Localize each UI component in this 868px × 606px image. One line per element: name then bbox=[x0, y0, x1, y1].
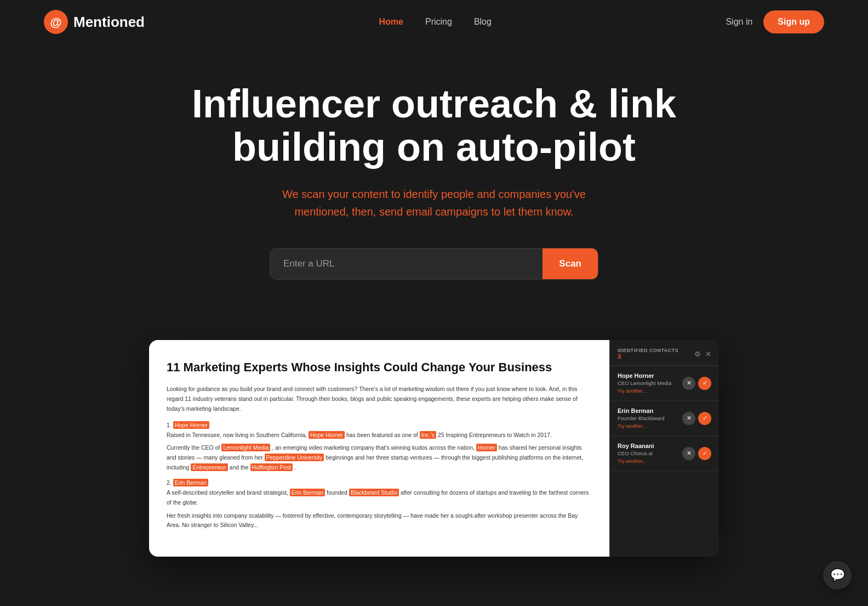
person-1-inc: Inc.'s bbox=[420, 431, 436, 439]
hero-section: Influencer outreach & link building on a… bbox=[0, 44, 868, 340]
person-2-num: 2. Erin Berman bbox=[167, 479, 592, 486]
contact-card-3: Roy Raanani CEO Chorus.ai Try another...… bbox=[610, 436, 719, 471]
article-person-2: 2. Erin Berman A self-described storytel… bbox=[167, 479, 592, 530]
logo-text: Mentioned bbox=[73, 14, 145, 31]
contact-card-2: Erin Berman Founder Blackbeard Try anoth… bbox=[610, 401, 719, 436]
nav-link-blog[interactable]: Blog bbox=[474, 17, 492, 27]
article-person-1: 1. Hope Horner Raised in Tennessee, now … bbox=[167, 422, 592, 473]
nav-actions: Sign in Sign up bbox=[726, 10, 824, 33]
contact-2-action[interactable]: Try another... bbox=[618, 423, 679, 429]
contact-3-confirm-button[interactable]: ✓ bbox=[698, 447, 711, 460]
logo[interactable]: @ Mentioned bbox=[44, 10, 145, 34]
scan-input-wrapper: Scan bbox=[270, 248, 598, 280]
person-1-inline-name: Hope Horner bbox=[309, 431, 345, 439]
contact-2-info: Erin Berman Founder Blackbeard Try anoth… bbox=[618, 407, 679, 429]
person-1-bio: Raised in Tennessee, now living in South… bbox=[167, 431, 592, 440]
contact-1-title: CEO Lemonlight Media bbox=[618, 380, 679, 386]
contact-2-name: Erin Berman bbox=[618, 407, 679, 414]
preview-container: 11 Marketing Experts Whose Insights Coul… bbox=[149, 340, 719, 557]
contact-3-name: Roy Raanani bbox=[618, 443, 679, 449]
url-input[interactable] bbox=[270, 248, 542, 279]
person-1-num: 1. Hope Horner bbox=[167, 422, 592, 428]
person-1-highlight-name: Hope Horner bbox=[173, 421, 209, 429]
person-2-highlight-name: Erin Berman bbox=[173, 479, 208, 486]
contact-2-buttons: ✕ ✓ bbox=[682, 412, 711, 425]
panel-settings-icon[interactable]: ⚙ bbox=[694, 350, 701, 358]
contact-1-action[interactable]: Try another... bbox=[618, 388, 679, 394]
contacts-panel: IDENTIFIED CONTACTS 3 ⚙ ✕ Hope Horner CE… bbox=[609, 340, 719, 557]
contact-2-title: Founder Blackbeard bbox=[618, 415, 679, 421]
panel-header-title: IDENTIFIED CONTACTS bbox=[618, 348, 678, 353]
contact-3-title: CEO Chorus.ai bbox=[618, 450, 679, 456]
logo-icon: @ bbox=[44, 10, 68, 34]
navbar: @ Mentioned Home Pricing Blog Sign in Si… bbox=[0, 0, 868, 44]
contact-3-buttons: ✕ ✓ bbox=[682, 447, 711, 460]
contact-1-dismiss-button[interactable]: ✕ bbox=[682, 377, 695, 390]
person-1-company: Lemonlight Media bbox=[221, 444, 270, 451]
person-2-bio2: Her fresh insights into company scalabil… bbox=[167, 511, 592, 531]
nav-links: Home Pricing Blog bbox=[379, 17, 492, 27]
contact-1-info: Hope Horner CEO Lemonlight Media Try ano… bbox=[618, 372, 679, 394]
person-2-bio: A self-described storyteller and brand s… bbox=[167, 488, 592, 508]
contact-3-info: Roy Raanani CEO Chorus.ai Try another... bbox=[618, 443, 679, 464]
nav-link-home[interactable]: Home bbox=[379, 17, 403, 27]
person-1-bio2: Currently the CEO of Lemonlight Media , … bbox=[167, 443, 592, 473]
scan-button[interactable]: Scan bbox=[542, 248, 598, 279]
contact-1-buttons: ✕ ✓ bbox=[682, 377, 711, 390]
chat-bubble[interactable]: 💬 bbox=[823, 561, 852, 590]
preview-section: 11 Marketing Experts Whose Insights Coul… bbox=[0, 340, 868, 557]
signin-link[interactable]: Sign in bbox=[726, 17, 752, 27]
panel-close-icon[interactable]: ✕ bbox=[705, 350, 711, 358]
scan-bar: Scan bbox=[270, 248, 598, 280]
contact-1-name: Hope Horner bbox=[618, 372, 679, 379]
article-title: 11 Marketing Experts Whose Insights Coul… bbox=[167, 360, 592, 376]
contact-2-dismiss-button[interactable]: ✕ bbox=[682, 412, 695, 425]
hero-title: Influencer outreach & link building on a… bbox=[187, 82, 681, 169]
nav-link-pricing[interactable]: Pricing bbox=[425, 17, 452, 27]
panel-header: IDENTIFIED CONTACTS 3 ⚙ ✕ bbox=[610, 340, 719, 366]
contact-3-action[interactable]: Try another... bbox=[618, 458, 679, 464]
article-panel: 11 Marketing Experts Whose Insights Coul… bbox=[149, 340, 609, 557]
chat-icon: 💬 bbox=[830, 568, 845, 582]
contact-card-1: Hope Horner CEO Lemonlight Media Try ano… bbox=[610, 366, 719, 401]
panel-contacts-count: 3 bbox=[618, 353, 678, 360]
contact-2-confirm-button[interactable]: ✓ bbox=[698, 412, 711, 425]
article-intro: Looking for guidance as you build your b… bbox=[167, 384, 592, 414]
hero-subtitle: We scan your content to identify people … bbox=[270, 185, 598, 220]
signup-button[interactable]: Sign up bbox=[763, 10, 824, 33]
svg-text:@: @ bbox=[50, 15, 61, 29]
contact-1-confirm-button[interactable]: ✓ bbox=[698, 377, 711, 390]
contact-3-dismiss-button[interactable]: ✕ bbox=[682, 447, 695, 460]
